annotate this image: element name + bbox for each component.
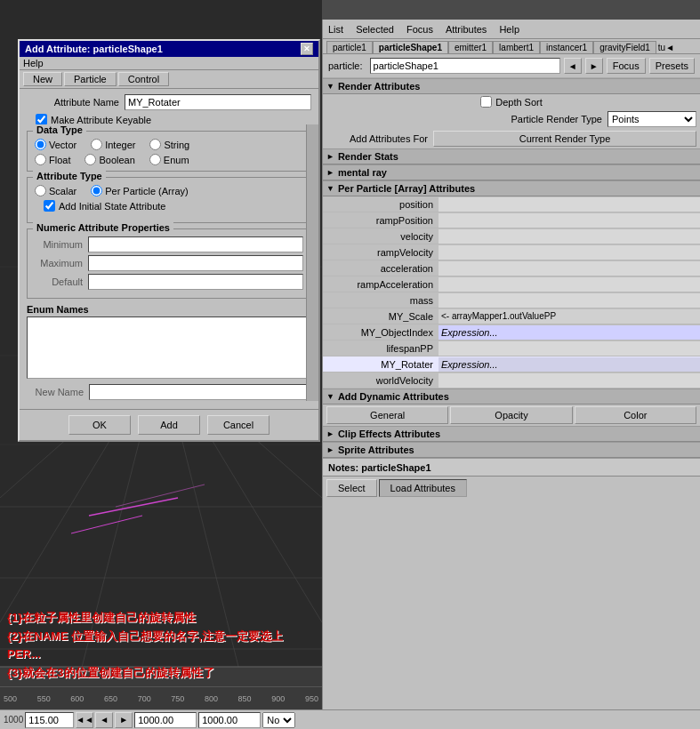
section-render-stats[interactable]: ► Render Stats xyxy=(323,148,700,164)
status-fwd-btn[interactable]: ► xyxy=(115,712,133,728)
attr-val-acceleration[interactable] xyxy=(439,261,700,276)
attr-row-myrotater: MY_Rotater xyxy=(323,356,700,373)
tab-new[interactable]: New xyxy=(23,72,62,86)
attr-val-mass[interactable] xyxy=(439,293,700,308)
attr-val-myscale[interactable] xyxy=(439,309,700,324)
particle-label: particle: xyxy=(328,60,363,71)
menu-focus[interactable]: Focus xyxy=(406,24,433,35)
attr-name-input[interactable] xyxy=(125,94,311,110)
add-button[interactable]: Add xyxy=(138,415,200,435)
dialog-help-menu[interactable]: Help xyxy=(20,57,318,70)
add-attrs-label: Add Attributes For xyxy=(326,133,433,144)
focus-button[interactable]: Focus xyxy=(607,58,646,74)
cancel-button[interactable]: Cancel xyxy=(207,415,270,435)
attr-row-myscale: MY_Scale xyxy=(323,308,700,324)
min-input[interactable] xyxy=(88,236,303,252)
dyn-opacity-button[interactable]: Opacity xyxy=(450,406,572,424)
attr-val-worldvelocity[interactable] xyxy=(439,373,700,388)
clip-effects-arrow: ► xyxy=(326,429,334,438)
dtype-enum[interactable] xyxy=(149,154,161,165)
particle-icon-btn2[interactable]: ► xyxy=(585,58,603,74)
tab-control[interactable]: Control xyxy=(118,72,169,86)
tab-particle1[interactable]: particle1 xyxy=(326,41,373,53)
tab-scroll-right[interactable]: tu◄ xyxy=(658,43,674,52)
max-input[interactable] xyxy=(88,255,303,271)
attr-val-rampposition[interactable] xyxy=(439,213,700,228)
data-type-group: Data Type Vector Integer String Float Bo… xyxy=(27,131,311,172)
dialog-close-button[interactable]: ✕ xyxy=(301,43,313,55)
status-select[interactable]: No xyxy=(262,712,295,728)
dtype-string[interactable] xyxy=(149,139,161,150)
add-attrs-for-row: Add Attributes For Current Render Type xyxy=(323,129,700,148)
curr-render-button[interactable]: Current Render Type xyxy=(433,131,696,147)
tab-lambert1[interactable]: lambert1 xyxy=(493,41,540,53)
ok-button[interactable]: OK xyxy=(68,415,131,435)
section-clip-effects[interactable]: ► Clip Effects Attributes xyxy=(323,426,700,442)
attr-name-worldvelocity: worldVelocity xyxy=(323,375,439,386)
menu-attributes[interactable]: Attributes xyxy=(446,24,487,35)
select-button[interactable]: Select xyxy=(326,479,377,497)
numeric-props-legend: Numeric Attribute Properties xyxy=(33,222,173,233)
attr-val-lifespanpp[interactable] xyxy=(439,341,700,356)
dialog-title: Add Attribute: particleShape1 xyxy=(25,44,163,54)
dtype-integer[interactable] xyxy=(91,139,102,150)
tab-particle[interactable]: Particle xyxy=(64,72,117,86)
attr-val-velocity[interactable] xyxy=(439,229,700,244)
default-label: Default xyxy=(35,276,88,287)
status-prev-btn[interactable]: ◄◄ xyxy=(76,712,93,728)
section-mental-ray[interactable]: ► mental ray xyxy=(323,164,700,180)
right-scroll-area[interactable]: ▼ Render Attributes Depth Sort Particle … xyxy=(323,78,700,729)
depth-sort-checkbox[interactable] xyxy=(480,96,492,108)
tab-instancer1[interactable]: instancer1 xyxy=(540,41,593,53)
dialog-scrollbar[interactable] xyxy=(306,124,318,401)
timeline-mark: 650 xyxy=(104,694,117,703)
atype-scalar[interactable] xyxy=(35,185,46,196)
add-initial-checkbox[interactable] xyxy=(44,200,55,212)
dyn-color-button[interactable]: Color xyxy=(575,406,696,424)
render-type-select[interactable]: Points Sprites Spheres Blobby Surface xyxy=(607,111,696,127)
load-attributes-button[interactable]: Load Attributes xyxy=(379,479,467,497)
status-back-btn[interactable]: ◄ xyxy=(95,712,113,728)
render-attrs-arrow: ▼ xyxy=(326,82,334,91)
attr-row-rampposition: rampPosition xyxy=(323,212,700,228)
timeline-mark: 700 xyxy=(138,694,151,703)
attr-val-myobjectindex[interactable] xyxy=(439,325,700,340)
tab-gravityfield1[interactable]: gravityField1 xyxy=(593,41,656,53)
timeline-mark: 950 xyxy=(305,694,318,703)
render-type-label: Particle Render Type xyxy=(326,114,607,124)
attr-val-rampvelocity[interactable] xyxy=(439,245,700,260)
new-name-input[interactable] xyxy=(89,384,311,400)
attr-name-mass: mass xyxy=(323,295,439,306)
section-render-attrs[interactable]: ▼ Render Attributes xyxy=(323,78,700,94)
tab-particleshape1[interactable]: particleShape1 xyxy=(373,41,448,53)
dtype-boolean[interactable] xyxy=(84,154,96,165)
section-per-particle[interactable]: ▼ Per Particle [Array] Attributes xyxy=(323,180,700,196)
annotation-line-3: {3}就会在3的位置创建自己的旋转属性了 xyxy=(7,664,315,683)
status-input-3[interactable] xyxy=(198,712,261,728)
attr-name-lifespanpp: lifespanPP xyxy=(323,343,439,354)
presets-button[interactable]: Presets xyxy=(649,58,695,74)
attr-row-velocity: velocity xyxy=(323,228,700,244)
dyn-general-button[interactable]: General xyxy=(326,406,448,424)
menu-selected[interactable]: Selected xyxy=(356,24,394,35)
timeline-mark: 550 xyxy=(37,694,51,703)
menu-help[interactable]: Help xyxy=(499,24,519,35)
section-add-dynamic[interactable]: ▼ Add Dynamic Attributes xyxy=(323,389,700,405)
particle-input[interactable] xyxy=(370,58,560,74)
attr-val-position[interactable] xyxy=(439,197,700,212)
default-input[interactable] xyxy=(88,274,303,290)
dtype-vector[interactable] xyxy=(35,139,46,150)
tab-emitter1[interactable]: emitter1 xyxy=(448,41,493,53)
enum-names-textarea[interactable] xyxy=(27,316,311,379)
particle-icon-btn1[interactable]: ◄ xyxy=(564,58,582,74)
attr-val-rampacceleration[interactable] xyxy=(439,277,700,292)
attr-val-myrotater[interactable] xyxy=(439,357,700,372)
status-input-2[interactable] xyxy=(134,712,197,728)
clip-effects-title: Clip Effects Attributes xyxy=(338,429,440,439)
status-input-1[interactable] xyxy=(25,712,74,728)
atype-perparticle[interactable] xyxy=(91,185,102,196)
dialog-titlebar: Add Attribute: particleShape1 ✕ xyxy=(20,41,318,57)
section-sprite-attrs[interactable]: ► Sprite Attributes xyxy=(323,442,700,458)
menu-list[interactable]: List xyxy=(328,24,343,35)
dtype-float[interactable] xyxy=(35,154,46,165)
